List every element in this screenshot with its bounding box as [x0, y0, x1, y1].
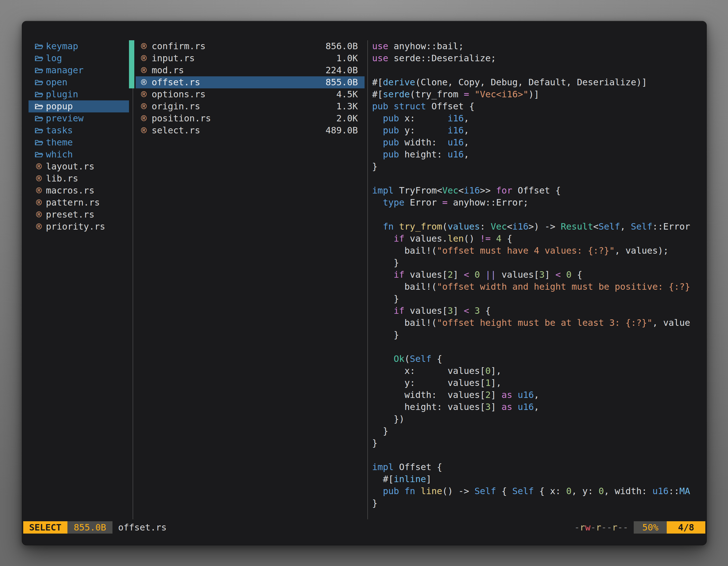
- status-bar: SELECT 855.0B offset.rs -rw-r--r-- 50% 4…: [22, 521, 706, 534]
- sidebar-item-preset-rs[interactable]: ®preset.rs: [29, 209, 129, 221]
- code-line: pub fn line() -> Self { Self { x: 0, y: …: [372, 485, 707, 497]
- sidebar-item-lib-rs[interactable]: ®lib.rs: [29, 173, 129, 185]
- code-line: pub width: u16,: [372, 137, 707, 149]
- file-row-mod-rs[interactable]: ®mod.rs224.0B: [136, 64, 365, 76]
- code-line: use serde::Deserialize;: [372, 52, 707, 64]
- sidebar-item-label: plugin: [46, 88, 78, 100]
- file-size: 4.5K: [336, 88, 358, 100]
- file-size: 1.3K: [336, 100, 358, 112]
- sidebar-item-tasks[interactable]: tasks: [29, 125, 129, 137]
- sidebar-item-label: tasks: [46, 125, 73, 137]
- sidebar-item-preview[interactable]: preview: [29, 112, 129, 125]
- rust-file-icon: ®: [35, 162, 43, 171]
- file-permissions: -rw-r--r--: [574, 522, 628, 534]
- file-name: input.rs: [152, 52, 195, 64]
- sidebar-item-label: macros.rs: [46, 185, 94, 197]
- code-line: y: values[1],: [372, 377, 707, 389]
- sidebar-item-macros-rs[interactable]: ®macros.rs: [29, 185, 129, 197]
- rust-file-icon: ®: [140, 126, 148, 135]
- file-name: confirm.rs: [152, 40, 206, 52]
- file-row-options-rs[interactable]: ®options.rs4.5K: [136, 88, 365, 100]
- code-line: width: values[2] as u16,: [372, 389, 707, 401]
- file-name: select.rs: [152, 125, 200, 137]
- sidebar-item-label: open: [46, 76, 67, 88]
- code-line: use anyhow::bail;: [372, 40, 707, 52]
- sidebar-item-label: preview: [46, 112, 84, 125]
- code-line: }: [372, 425, 707, 437]
- code-line: }: [372, 329, 707, 341]
- code-line: pub height: u16,: [372, 149, 707, 161]
- rust-file-icon: ®: [140, 54, 148, 63]
- file-name: position.rs: [152, 112, 211, 125]
- code-line: bail!("offset height must be at least 3:…: [372, 317, 707, 329]
- folder-icon: [35, 139, 43, 147]
- rust-file-icon: ®: [35, 198, 43, 207]
- preview-pane: use anyhow::bail;use serde::Deserialize;…: [372, 40, 707, 509]
- sidebar-item-label: which: [46, 149, 73, 161]
- folder-icon: [35, 55, 43, 62]
- file-row-position-rs[interactable]: ®position.rs2.0K: [136, 112, 365, 125]
- sidebar-item-theme[interactable]: theme: [29, 137, 129, 149]
- sidebar-item-open[interactable]: open: [29, 76, 129, 88]
- code-line: #[serde(try_from = "Vec<i16>")]: [372, 88, 707, 100]
- code-line: }: [372, 293, 707, 305]
- sidebar-item-label: priority.rs: [46, 221, 105, 233]
- sidebar-item-pattern-rs[interactable]: ®pattern.rs: [29, 197, 129, 209]
- folder-icon: [35, 115, 43, 123]
- file-size: 224.0B: [325, 64, 358, 76]
- file-row-input-rs[interactable]: ®input.rs1.0K: [136, 52, 365, 64]
- code-line: }): [372, 413, 707, 425]
- sidebar-item-label: popup: [46, 100, 73, 112]
- current-directory-pane: ®confirm.rs856.0B®input.rs1.0K®mod.rs224…: [136, 40, 365, 137]
- code-line: }: [372, 497, 707, 509]
- sidebar-item-priority-rs[interactable]: ®priority.rs: [29, 221, 129, 233]
- rust-file-icon: ®: [140, 90, 148, 99]
- rust-file-icon: ®: [35, 222, 43, 231]
- file-size: 489.0B: [325, 125, 358, 137]
- code-line: #[inline]: [372, 473, 707, 485]
- pane-divider-left: [133, 40, 133, 519]
- code-line: }: [372, 437, 707, 449]
- folder-icon: [35, 151, 43, 159]
- sidebar-item-manager[interactable]: manager: [29, 64, 129, 76]
- file-name: offset.rs: [152, 76, 200, 88]
- rust-file-icon: ®: [140, 66, 148, 75]
- cursor-position-badge: 4/8: [667, 521, 705, 534]
- code-line: impl Offset {: [372, 461, 707, 473]
- status-bar-left: SELECT 855.0B offset.rs: [23, 521, 167, 534]
- rust-file-icon: ®: [140, 78, 148, 87]
- sidebar-item-which[interactable]: which: [29, 149, 129, 161]
- folder-icon: [35, 91, 43, 98]
- file-row-confirm-rs[interactable]: ®confirm.rs856.0B: [136, 40, 365, 52]
- file-size-badge: 855.0B: [67, 521, 113, 534]
- folder-icon: [35, 103, 43, 111]
- code-line: if values[3] < 3 {: [372, 305, 707, 317]
- code-line: }: [372, 257, 707, 269]
- code-line: Ok(Self {: [372, 353, 707, 365]
- sidebar-item-label: manager: [46, 64, 84, 76]
- rust-file-icon: ®: [35, 186, 43, 195]
- sidebar-item-keymap[interactable]: keymap: [29, 40, 129, 52]
- code-line: pub y: i16,: [372, 125, 707, 137]
- sidebar-item-popup[interactable]: popup: [29, 100, 129, 112]
- code-line: bail!("offset must have 4 values: {:?}",…: [372, 245, 707, 257]
- sidebar-item-log[interactable]: log: [29, 52, 129, 64]
- file-size: 1.0K: [336, 52, 358, 64]
- sidebar-item-plugin[interactable]: plugin: [29, 88, 129, 100]
- rust-file-icon: ®: [35, 210, 43, 219]
- code-line: [372, 341, 707, 353]
- file-row-select-rs[interactable]: ®select.rs489.0B: [136, 125, 365, 137]
- sidebar-item-label: theme: [46, 137, 73, 149]
- rust-file-icon: ®: [140, 42, 148, 51]
- code-line: [372, 449, 707, 461]
- rust-file-icon: ®: [140, 102, 148, 111]
- file-row-offset-rs[interactable]: ®offset.rs855.0B: [136, 76, 365, 88]
- status-filename: offset.rs: [118, 522, 166, 534]
- pane-divider-right: [367, 40, 368, 519]
- status-bar-right: -rw-r--r-- 50% 4/8: [574, 521, 705, 534]
- sidebar-item-label: keymap: [46, 40, 78, 52]
- sidebar-item-layout-rs[interactable]: ®layout.rs: [29, 161, 129, 173]
- sidebar-item-label: preset.rs: [46, 209, 94, 221]
- mode-badge: SELECT: [23, 521, 67, 534]
- file-row-origin-rs[interactable]: ®origin.rs1.3K: [136, 100, 365, 112]
